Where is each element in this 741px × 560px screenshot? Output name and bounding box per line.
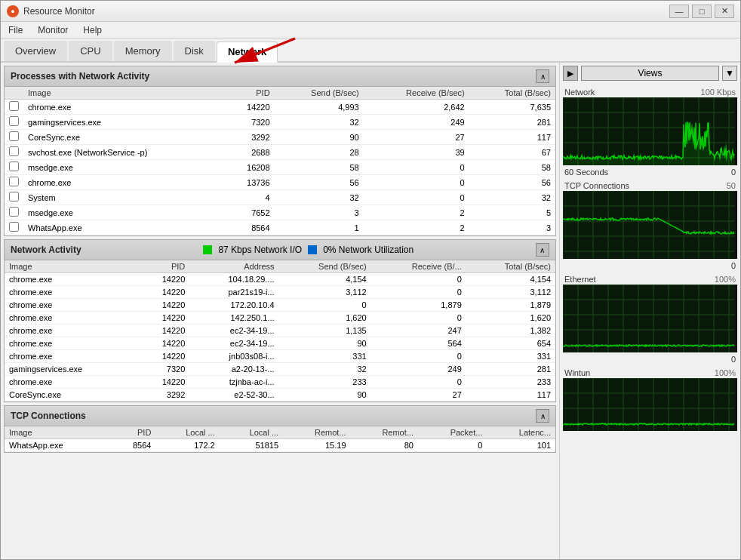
ethernet-chart-container: Ethernet 100% 0: [563, 274, 737, 365]
table-row[interactable]: WhatsApp.exe8564172.25181515.19800101: [5, 439, 555, 452]
table-cell: 0: [364, 190, 469, 205]
table-cell: 28: [275, 145, 364, 160]
tab-overview[interactable]: Overview: [4, 41, 67, 61]
table-cell: 32: [275, 115, 364, 130]
col-tcp-latency[interactable]: Latenc...: [487, 426, 555, 439]
table-cell: 14220: [137, 273, 189, 286]
row-checkbox[interactable]: [9, 146, 19, 156]
table-row[interactable]: msedge.exe7652325: [5, 205, 555, 220]
col-tcp-remote1[interactable]: Remot...: [283, 426, 350, 439]
col-receive[interactable]: Receive (B/sec): [364, 87, 469, 100]
col-tcp-local2[interactable]: Local ...: [220, 426, 283, 439]
row-checkbox[interactable]: [9, 177, 19, 186]
table-cell: 90: [275, 130, 364, 145]
table-row[interactable]: msedge.exe1620858058: [5, 160, 555, 175]
tab-memory[interactable]: Memory: [114, 41, 172, 61]
processes-collapse-button[interactable]: ∧: [536, 69, 549, 83]
views-dropdown[interactable]: ▼: [722, 66, 737, 81]
table-cell: 7652: [224, 205, 275, 220]
sections-area[interactable]: Processes with Network Activity ∧ Image …: [1, 63, 559, 559]
table-cell: 7,635: [469, 100, 555, 115]
tcp-chart-label: TCP Connections 50: [563, 180, 737, 191]
ethernet-chart-label: Ethernet 100%: [563, 274, 737, 285]
table-row[interactable]: chrome.exe14220jnb03s08-i...3310331: [5, 350, 555, 363]
col-na-receive[interactable]: Receive (B/...: [371, 260, 466, 273]
tab-network[interactable]: Network: [217, 42, 278, 63]
table-cell: 654: [466, 337, 555, 350]
col-tcp-pid[interactable]: PID: [109, 426, 155, 439]
menu-help[interactable]: Help: [78, 23, 106, 37]
table-row[interactable]: svchost.exe (NetworkService -p)268828396…: [5, 145, 555, 160]
expand-button[interactable]: ▶: [563, 66, 578, 81]
tab-disk[interactable]: Disk: [174, 41, 215, 61]
table-row[interactable]: WhatsApp.exe8564123: [5, 220, 555, 235]
table-cell: 1: [275, 220, 364, 235]
menu-file[interactable]: File: [4, 23, 27, 37]
col-tcp-remote2[interactable]: Remot...: [351, 426, 418, 439]
network-activity-section: Network Activity 87 Kbps Network I/O 0% …: [4, 239, 556, 402]
table-row[interactable]: gamingservices.exe732032249281: [5, 115, 555, 130]
col-na-send[interactable]: Send (B/sec): [279, 260, 371, 273]
views-button[interactable]: Views: [581, 66, 719, 81]
table-cell: par21s19-i...: [189, 286, 278, 299]
row-checkbox[interactable]: [9, 101, 19, 111]
table-cell: 249: [364, 115, 469, 130]
col-tcp-local1[interactable]: Local ...: [155, 426, 219, 439]
table-row[interactable]: chrome.exe142204,9932,6427,635: [5, 100, 555, 115]
table-cell: gamingservices.exe: [23, 115, 224, 130]
table-row[interactable]: chrome.exe1373656056: [5, 175, 555, 190]
minimize-button[interactable]: —: [669, 5, 689, 18]
table-row[interactable]: gamingservices.exe7320a2-20-13-...322492…: [5, 363, 555, 376]
maximize-button[interactable]: □: [692, 5, 712, 18]
table-cell: chrome.exe: [5, 337, 137, 350]
tcp-chart-sub: 0: [563, 260, 737, 271]
table-cell: CoreSync.exe: [23, 130, 224, 145]
col-na-address[interactable]: Address: [189, 260, 278, 273]
network-chart-container: Network 100 Kbps 60 Seconds 0: [563, 87, 737, 177]
table-cell: 281: [469, 115, 555, 130]
table-row[interactable]: chrome.exe14220142.250.1...1,62001,620: [5, 312, 555, 325]
col-na-total[interactable]: Total (B/sec): [466, 260, 555, 273]
table-row[interactable]: CoreSync.exe32929027117: [5, 130, 555, 145]
table-row[interactable]: CoreSync.exe3292e2-52-30...9027117: [5, 389, 555, 402]
network-activity-collapse-button[interactable]: ∧: [536, 243, 549, 257]
table-row[interactable]: chrome.exe14220ec2-34-19...90564654: [5, 337, 555, 350]
table-cell: e2-52-30...: [189, 389, 278, 402]
col-total[interactable]: Total (B/sec): [469, 87, 555, 100]
row-checkbox[interactable]: [9, 222, 19, 232]
table-row[interactable]: System432032: [5, 190, 555, 205]
table-row[interactable]: chrome.exe14220ec2-34-19...1,1352471,382: [5, 325, 555, 337]
network-canvas: [563, 97, 735, 165]
table-cell: 104.18.29....: [189, 273, 278, 286]
row-checkbox[interactable]: [9, 131, 19, 141]
row-checkbox[interactable]: [9, 207, 19, 217]
network-chart-value: 100 Kbps: [701, 88, 736, 97]
col-na-pid[interactable]: PID: [137, 260, 189, 273]
col-pid[interactable]: PID: [224, 87, 275, 100]
tab-cpu[interactable]: CPU: [69, 41, 112, 61]
col-tcp-packet[interactable]: Packet...: [418, 426, 487, 439]
table-cell: 1,620: [466, 312, 555, 325]
tcp-table-header: Image PID Local ... Local ... Remot... R…: [5, 426, 555, 439]
col-tcp-image[interactable]: Image: [5, 426, 109, 439]
close-button[interactable]: ✕: [715, 5, 734, 18]
col-image[interactable]: Image: [23, 87, 224, 100]
col-na-image[interactable]: Image: [5, 260, 137, 273]
table-cell: 14220: [137, 376, 189, 389]
col-send[interactable]: Send (B/sec): [275, 87, 364, 100]
row-checkbox[interactable]: [9, 116, 19, 126]
title-controls: — □ ✕: [669, 5, 734, 18]
table-cell: 0: [371, 350, 466, 363]
tcp-collapse-button[interactable]: ∧: [536, 409, 549, 423]
table-row[interactable]: chrome.exe14220par21s19-i...3,11203,112: [5, 286, 555, 299]
table-row[interactable]: chrome.exe14220172.20.10.401,8791,879: [5, 299, 555, 312]
table-row[interactable]: chrome.exe14220104.18.29....4,15404,154: [5, 273, 555, 286]
row-checkbox[interactable]: [9, 192, 19, 202]
table-cell: 4: [224, 190, 275, 205]
table-row[interactable]: chrome.exe14220tzjnba-ac-i...2330233: [5, 376, 555, 389]
row-checkbox[interactable]: [9, 162, 19, 171]
table-cell: 3,112: [279, 286, 371, 299]
table-cell: 39: [364, 145, 469, 160]
menu-monitor[interactable]: Monitor: [33, 23, 72, 37]
col-checkbox: [5, 87, 23, 100]
